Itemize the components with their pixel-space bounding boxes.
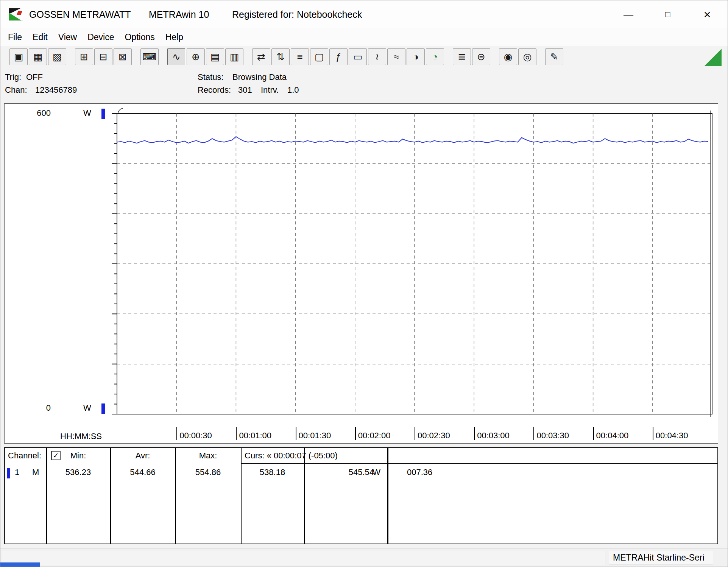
x-tick-label: 00:04:30 [653, 427, 688, 440]
status-value: Browsing Data [232, 72, 287, 82]
status-label: Status: [198, 72, 223, 82]
interval-timer-button[interactable]: ◔ [426, 48, 444, 65]
title-bar: GOSSEN METRAWATT METRAwin 10 Registered … [0, 0, 728, 28]
cursor1-value: 538.18 [241, 467, 304, 477]
trig-value: OFF [26, 72, 43, 82]
y-axis-max-label: 600 [27, 108, 51, 118]
x-tick-label: 00:04:00 [593, 427, 629, 440]
desktop-peek [0, 562, 40, 567]
x-tick-label: 00:00:30 [176, 427, 212, 440]
x-tick-label: 00:03:00 [474, 427, 510, 440]
device-memory-button[interactable]: ▭ [349, 48, 367, 65]
interval-value: 1.0 [287, 85, 299, 95]
app-logo-icon [9, 8, 23, 21]
y-axis-min-label: 0 [27, 403, 51, 413]
virtual-keyboard-button[interactable]: ⌨ [140, 48, 159, 65]
avr-column-header: Avr: [110, 451, 175, 461]
x-tick-label: 00:01:30 [296, 427, 331, 440]
cursor2-unit: W [373, 467, 380, 477]
channel-row-marker [7, 468, 10, 478]
curs-header-divider [241, 463, 717, 464]
export-clipboard-button[interactable]: ⊠ [114, 48, 132, 65]
save-all-button[interactable]: ▦ [29, 48, 47, 65]
x-tick-label: 00:02:30 [415, 427, 450, 440]
curve-compare-button[interactable]: ≀ [368, 48, 386, 65]
analog-meter-button[interactable]: ◑ [407, 48, 425, 65]
max-value: 554.86 [175, 467, 241, 477]
export-printer-button[interactable]: ⊞ [75, 48, 93, 65]
toolbar: ▣ ▦ ▨ ⊞ ⊟ ⊠ ⌨ ∿ ⊕ ▤ ▥ ⇄ ⇅ ≡ ▢ ƒ ▭ ≀ ≈ ◑ … [0, 46, 728, 68]
records-label: Records: [198, 85, 231, 95]
app-title: METRAwin 10 [149, 9, 209, 20]
status-message-area [2, 551, 605, 565]
menu-options[interactable]: Options [119, 32, 160, 42]
cursor-header: Curs: « 00:00:07 (-05:00) [245, 451, 338, 461]
x-tick-label: 00:01:00 [236, 427, 271, 440]
close-button[interactable]: × [694, 0, 720, 28]
metrawin-window: GOSSEN METRAWATT METRAwin 10 Registered … [0, 0, 728, 567]
device-name: METRAHit Starline-Seri [613, 553, 705, 563]
max-column-header: Max: [175, 451, 241, 461]
chart-panel: 600 W 0 W HH:MM:SS 00:00:30 00:01:00 00:… [4, 103, 718, 444]
avr-value: 544.66 [110, 467, 175, 477]
menu-device[interactable]: Device [82, 32, 119, 42]
y-axis-unit-top: W [83, 108, 91, 118]
interval-label: Intrv. [261, 85, 279, 95]
export-file-button[interactable]: ⊟ [94, 48, 112, 65]
x-tick-label: 00:02:00 [355, 427, 391, 440]
min-column-header: Min: [46, 451, 110, 461]
trig-label: Trig: [5, 72, 21, 82]
menu-view[interactable]: View [53, 32, 82, 42]
y-axis-unit-bottom: W [83, 403, 91, 413]
read-device-button[interactable]: ⇄ [252, 48, 270, 65]
registered-label: Registered for: Notebookcheck [232, 9, 362, 20]
device-status-box: METRAHit Starline-Seri [609, 551, 713, 564]
cursor-delta-value: 007.36 [407, 467, 432, 477]
chan-value: 123456789 [35, 85, 77, 95]
channel-column-header: Channel: [8, 451, 41, 461]
x-axis-title: HH:MM:SS [60, 431, 102, 441]
chart-plot[interactable] [109, 113, 714, 416]
transfer-settings-button[interactable]: ⇅ [271, 48, 290, 65]
online-display-button[interactable]: ▢ [310, 48, 328, 65]
formula-button[interactable]: ƒ [329, 48, 348, 65]
menu-help[interactable]: Help [160, 32, 189, 42]
bar-graph-view-button[interactable]: ▥ [225, 48, 243, 65]
crosshair-cursor-button[interactable]: ⊕ [187, 48, 205, 65]
zoom-in-button[interactable]: ◉ [499, 48, 517, 65]
print-button[interactable]: ≣ [453, 48, 471, 65]
cursor2-value: 545.54 [304, 467, 374, 477]
channel-table: Channel: ✓ Min: Avr: Max: Curs: « 00:00:… [4, 447, 718, 544]
y-cursor-marker-bottom[interactable] [101, 403, 105, 414]
channel-mode: M [32, 467, 39, 477]
save-button[interactable]: ▣ [9, 48, 28, 65]
table-view-button[interactable]: ▤ [206, 48, 224, 65]
info-strip: Trig: OFF Chan: 123456789 Status: Browsi… [0, 70, 728, 102]
chan-label: Chan: [5, 85, 27, 95]
envelope-curve-button[interactable]: ≈ [387, 48, 405, 65]
menu-edit[interactable]: Edit [27, 32, 53, 42]
x-tick-label: 00:03:30 [533, 427, 569, 440]
status-bar: METRAHit Starline-Seri [0, 548, 728, 567]
menu-bar: File Edit View Device Options Help [0, 28, 728, 46]
min-value: 536.23 [46, 467, 110, 477]
y-cursor-marker-top[interactable] [101, 109, 105, 119]
records-list-button[interactable]: ≡ [291, 48, 309, 65]
annotation-button[interactable]: ✎ [545, 48, 563, 65]
channel-number: 1 [15, 467, 19, 477]
minimize-button[interactable]: — [616, 0, 641, 28]
resize-grip-icon[interactable] [704, 49, 722, 66]
line-chart-view-button[interactable]: ∿ [167, 48, 186, 65]
print-setup-button[interactable]: ⊜ [472, 48, 490, 65]
open-file-button[interactable]: ▨ [48, 48, 66, 65]
brand-title: GOSSEN METRAWATT [29, 9, 131, 20]
zoom-out-button[interactable]: ◎ [518, 48, 536, 65]
maximize-button[interactable]: □ [655, 0, 681, 28]
menu-file[interactable]: File [3, 32, 27, 42]
records-value: 301 [238, 85, 252, 95]
